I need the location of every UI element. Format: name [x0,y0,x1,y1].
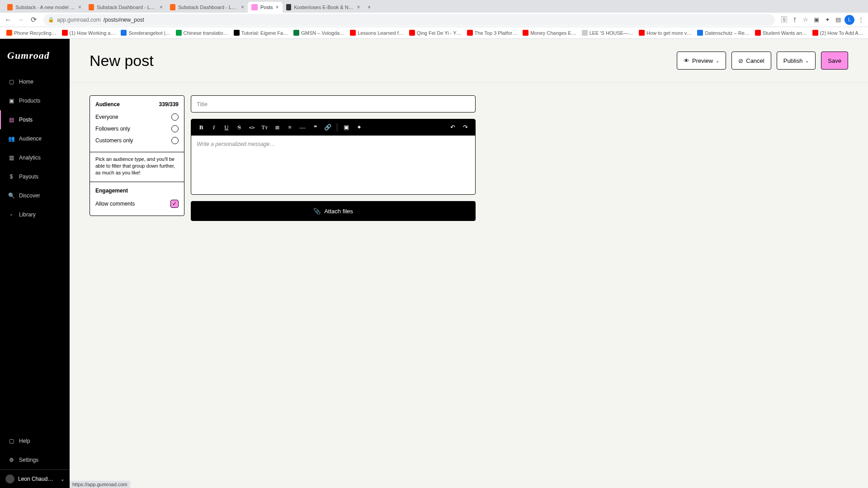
bookmark-item[interactable]: GMSN – Vologda… [292,28,346,37]
translate-icon[interactable]: 🇬 [779,15,788,24]
audience-option[interactable]: Customers only [95,135,179,146]
text-style-button[interactable]: Tт [259,122,270,133]
embed-button[interactable]: ✦ [354,122,364,133]
close-icon[interactable]: × [241,4,244,10]
analytics-icon: ▥ [8,155,14,161]
audience-option[interactable]: Everyone [95,111,179,123]
bookmark-item[interactable]: LEE 'S HOUSE—… [580,28,635,37]
bookmark-item[interactable]: Student Wants an… [753,28,809,37]
bookmark-item[interactable]: Phone Recycling… [5,28,58,37]
profile-avatar[interactable]: L [844,15,854,25]
chevron-down-icon: ⌄ [805,58,809,63]
horizontal-rule-button[interactable]: — [297,122,308,133]
bookmark-item[interactable]: (2) How To Add A… [811,28,865,37]
browser-tab[interactable]: Kostenloses E-Book & Newsle…× [283,2,364,13]
post-title-input[interactable]: Title [191,95,476,113]
redo-button[interactable]: ↷ [460,122,471,133]
allow-comments-checkbox[interactable]: ✓ [170,200,179,208]
sidebar-item-payouts[interactable]: $Payouts [0,167,70,186]
sidebar: Gumroad ▢Home▣Products▤Posts👥Audience▥An… [0,39,70,488]
chrome-menu-icon[interactable]: ⋮ [856,15,865,24]
home-icon: ▢ [8,79,14,85]
sidebar-item-library[interactable]: ▫Library [0,205,70,224]
bookmarks-bar: Phone Recycling…(1) How Working a…Sonder… [0,27,868,39]
sidebar-item-posts[interactable]: ▤Posts [0,110,70,129]
bold-button[interactable]: B [196,122,207,133]
strike-button[interactable]: S [234,122,245,133]
bookmark-favicon-icon [582,30,588,36]
rich-text-editor: B I U S <> Tт ≣ ≡ — ❝ 🔗 ▣ ✦ [191,119,476,195]
extensions-icon[interactable]: ✦ [823,15,832,24]
code-button[interactable]: <> [246,122,257,133]
close-icon[interactable]: × [357,4,360,10]
bookmark-label: Chinese translatio… [184,30,228,36]
audience-option[interactable]: Followers only [95,123,179,135]
share-icon[interactable]: ⭱ [790,15,799,24]
omnibox[interactable]: 🔒 app.gumroad.com/posts#new_post [43,14,775,26]
paperclip-icon: 📎 [313,208,321,215]
browser-tab[interactable]: Posts× [248,2,283,13]
bookmark-item[interactable]: Money Changes E… [521,28,578,37]
underline-button[interactable]: U [221,122,232,133]
browser-tab[interactable]: Substack - A new model for p…× [4,2,85,13]
preview-button[interactable]: 👁 Preview ⌄ [677,52,726,70]
bookmark-item[interactable]: Tutorial: Eigene Fa… [232,28,290,37]
tab-title: Substack Dashboard - Leon's… [97,5,157,10]
bookmark-item[interactable]: How to get more v… [637,28,693,37]
new-tab-button[interactable]: + [364,2,375,13]
close-icon[interactable]: × [78,4,81,10]
close-icon[interactable]: × [276,4,279,10]
sidepanel-icon[interactable]: ▤ [834,15,843,24]
bookmark-item[interactable]: (1) How Working a… [60,28,118,37]
link-button[interactable]: 🔗 [322,122,333,133]
brand-logo[interactable]: Gumroad [0,39,70,72]
bookmark-favicon-icon [467,30,473,36]
bullet-list-button[interactable]: ≣ [272,122,283,133]
bookmark-item[interactable]: Lessons Learned f… [348,28,406,37]
sidebar-item-label: Settings [19,457,38,463]
sidebar-item-home[interactable]: ▢Home [0,72,70,91]
bookmark-favicon-icon [234,30,240,36]
bookmark-favicon-icon [121,30,127,36]
nav-forward-button[interactable]: → [15,14,26,25]
radio-button[interactable] [171,125,179,132]
undo-button[interactable]: ↶ [447,122,458,133]
reload-button[interactable]: ⟳ [28,14,39,25]
bookmark-item[interactable]: Qing Fei De Yi - Y… [407,28,463,37]
save-button[interactable]: Save [821,52,848,70]
bookmark-item[interactable]: Datenschutz – Re… [695,28,751,37]
sidebar-item-settings[interactable]: ⚙Settings [0,450,70,469]
bookmark-favicon-icon [350,30,356,36]
account-icon[interactable]: ▣ [812,15,821,24]
cancel-button[interactable]: ⊘ Cancel [731,52,771,70]
browser-tab[interactable]: Substack Dashboard - Leon's…× [166,2,248,13]
close-icon[interactable]: × [160,4,163,10]
bookmark-favicon-icon [697,30,703,36]
sidebar-item-help[interactable]: ▢Help [0,432,70,450]
bookmark-item[interactable]: The Top 3 Platfor… [465,28,519,37]
radio-button[interactable] [171,113,179,121]
sidebar-item-analytics[interactable]: ▥Analytics [0,148,70,167]
editor-body[interactable]: Write a personalized message… [191,136,475,194]
ordered-list-button[interactable]: ≡ [284,122,295,133]
sidebar-item-products[interactable]: ▣Products [0,91,70,110]
sidebar-item-audience[interactable]: 👥Audience [0,129,70,148]
browser-tab[interactable]: Substack Dashboard - Leon's…× [85,2,166,13]
italic-button[interactable]: I [208,122,219,133]
profile-name: Leon Chaud… [18,476,53,482]
bookmark-item[interactable]: Chinese translatio… [174,28,230,37]
tab-favicon-icon [7,4,13,10]
library-icon: ▫ [8,211,14,218]
sidebar-item-discover[interactable]: 🔍Discover [0,186,70,205]
image-button[interactable]: ▣ [341,122,352,133]
blockquote-button[interactable]: ❝ [310,122,321,133]
nav-back-button[interactable]: ← [3,14,14,25]
attach-files-button[interactable]: 📎 Attach files [191,201,476,221]
profile-menu[interactable]: Leon Chaud… ⌄ [0,469,70,488]
bookmark-label: Datenschutz – Re… [705,30,749,36]
settings-icon: ⚙ [8,457,14,463]
radio-button[interactable] [171,137,179,144]
bookmark-star-icon[interactable]: ☆ [801,15,810,24]
bookmark-item[interactable]: Sonderangebot |… [119,28,172,37]
publish-button[interactable]: Publish ⌄ [777,52,816,70]
